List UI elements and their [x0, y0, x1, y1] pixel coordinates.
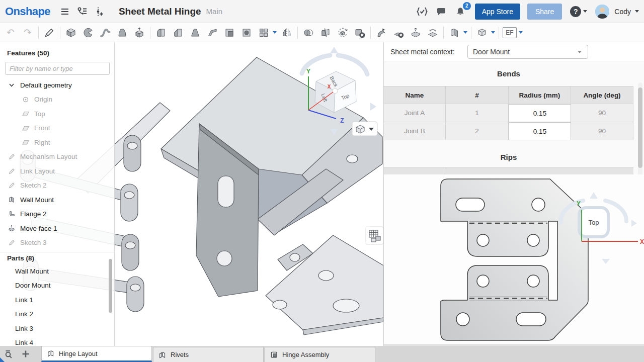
fillet-icon [155, 27, 167, 39]
sweep-button[interactable] [97, 25, 114, 41]
part-item-link-4[interactable]: Link 4 [0, 336, 114, 346]
chevron-down-icon [578, 51, 582, 53]
context-select[interactable]: Door Mount [467, 45, 588, 59]
rips-table-header-partial [384, 167, 633, 174]
bend-count-cell: 2 [446, 122, 509, 140]
linear-pattern-icon [258, 27, 270, 39]
delete-face-button[interactable] [390, 25, 407, 41]
chevron-down-icon[interactable] [7, 80, 16, 89]
boolean-button[interactable] [300, 25, 317, 41]
chevron-down-icon[interactable] [463, 31, 467, 34]
add-tab-button[interactable] [17, 346, 34, 362]
part-item-link-1[interactable]: Link 1 [0, 293, 114, 307]
feature-list-panel: Features (50) Default geometry Origin To… [0, 42, 115, 346]
part-item-link-3[interactable]: Link 3 [0, 321, 114, 336]
features-scrollbar[interactable] [109, 259, 112, 313]
help-menu[interactable]: ? [564, 6, 587, 17]
chevron-down-icon[interactable] [273, 31, 277, 34]
thicken-icon [133, 27, 145, 39]
extrude-button[interactable] [62, 25, 79, 41]
versions-icon[interactable] [74, 4, 90, 19]
chevron-down-icon[interactable] [491, 31, 495, 34]
feature-item-sketch-3[interactable]: Sketch 3 [0, 236, 114, 250]
hole-icon [240, 27, 253, 39]
tab-hinge-layout[interactable]: Hinge Layout [41, 346, 152, 362]
tables-scrollbar-thumb[interactable] [638, 87, 642, 168]
flat-pattern-view[interactable]: Top Y X [384, 174, 644, 344]
feature-item-flange-2[interactable]: Flange 2 [0, 207, 114, 222]
corner-resize-wedge [0, 357, 5, 362]
bend-angle-cell: 90 [571, 104, 633, 122]
top-bar: Onshape Sheet Metal Hinge Main 2 App Sto… [0, 0, 644, 23]
part-item-link-2[interactable]: Link 2 [0, 307, 114, 322]
avatar[interactable] [595, 5, 609, 19]
feature-item-sketch-2[interactable]: Sketch 2 [0, 178, 114, 193]
tab-hinge-assembly[interactable]: Hinge Assembly [265, 347, 375, 362]
part-item-door-mount[interactable]: Door Mount [0, 279, 114, 293]
part-item-wall-mount[interactable]: Wall Mount [0, 264, 114, 279]
revolve-button[interactable] [79, 25, 97, 41]
flat-pattern-part[interactable] [441, 179, 588, 340]
onshape-logo[interactable]: Onshape [5, 5, 50, 18]
draft-button[interactable] [187, 25, 204, 41]
column-header: # [446, 86, 509, 104]
bend-button[interactable] [373, 25, 390, 41]
feature-item-mechanism-layout[interactable]: Mechanism Layout [0, 150, 114, 164]
make-joint-button[interactable] [407, 25, 424, 41]
feature-item-link-layout[interactable]: Link Layout [0, 164, 114, 178]
chamfer-button[interactable] [170, 25, 187, 41]
custom-feature-ef-button[interactable]: EF [501, 25, 518, 41]
workspace-name[interactable]: Main [206, 7, 223, 16]
sheet-metal-model-button[interactable] [446, 25, 463, 41]
feature-item-move-face-1[interactable]: Move face 1 [0, 221, 114, 236]
bend-radius-cell[interactable]: 0.15 [509, 104, 571, 122]
fillet-button[interactable] [152, 25, 170, 41]
split-icon [319, 27, 332, 39]
bends-title: Bends [384, 69, 633, 78]
feature-item-default-geometry[interactable]: Default geometry [0, 78, 114, 93]
feature-item-right-plane[interactable]: Right [0, 135, 114, 150]
tab-rivets[interactable]: Rivets [153, 347, 264, 362]
feature-filter-input[interactable] [5, 62, 110, 75]
mirror-button[interactable] [278, 25, 295, 41]
rib-button[interactable] [204, 25, 221, 41]
redo-button[interactable]: ↷ [19, 25, 36, 41]
notifications-bell-icon[interactable]: 2 [453, 4, 468, 19]
delete-part-button[interactable] [351, 25, 368, 41]
linear-pattern-button[interactable] [255, 25, 272, 41]
hamburger-icon[interactable] [57, 4, 72, 19]
chevron-down-icon[interactable] [519, 31, 523, 34]
featurescript-check-icon[interactable] [415, 4, 430, 19]
thicken-button[interactable] [131, 25, 148, 41]
feature-item-origin[interactable]: Origin [0, 93, 114, 107]
rips-title: Rips [384, 153, 633, 161]
parts-section-title[interactable]: Parts (8) [0, 252, 114, 264]
feature-item-front-plane[interactable]: Front [0, 121, 114, 136]
bend-radius-cell[interactable]: 0.15 [509, 122, 571, 140]
redo-icon: ↷ [24, 28, 32, 37]
shell-button[interactable] [221, 25, 238, 41]
toolbar-divider [471, 27, 471, 39]
split-button[interactable] [317, 25, 334, 41]
transform-button[interactable] [334, 25, 351, 41]
feature-item-wall-mount[interactable]: Wall Mount [0, 193, 114, 207]
help-icon[interactable]: ? [570, 6, 581, 17]
share-button[interactable]: Share [527, 4, 562, 20]
user-name[interactable]: Cody [614, 8, 631, 16]
tables-button[interactable] [473, 25, 491, 41]
notification-badge: 2 [463, 2, 471, 10]
mirror-icon [281, 27, 293, 39]
loft-button[interactable] [114, 25, 131, 41]
sketch-icon [7, 152, 16, 161]
sheet-metal-table-toggle[interactable] [366, 227, 383, 244]
feature-toolbar: ↶ ↷ EF [0, 23, 644, 42]
app-store-button[interactable]: App Store [475, 4, 520, 20]
undo-button[interactable]: ↶ [2, 25, 19, 41]
comments-icon[interactable] [434, 4, 449, 19]
flatten-button[interactable] [424, 25, 441, 41]
sketch-button[interactable] [41, 25, 58, 41]
feature-item-top-plane[interactable]: Top [0, 107, 114, 121]
hole-button[interactable] [238, 25, 255, 41]
view-options-button[interactable] [352, 122, 377, 136]
insert-element-icon[interactable] [92, 4, 107, 19]
